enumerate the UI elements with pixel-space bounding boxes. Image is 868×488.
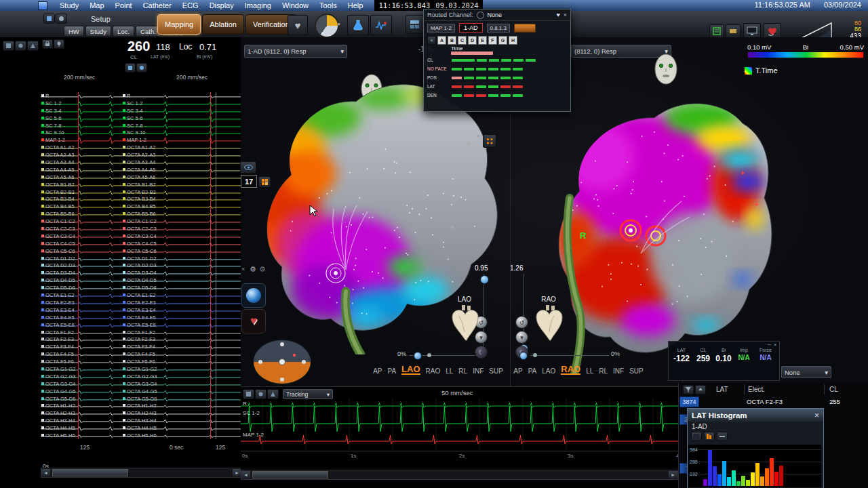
- signal-row[interactable]: OCTA E5-E6: [41, 321, 122, 329]
- stats-close-icon[interactable]: ×: [774, 342, 776, 347]
- left-slider-dot[interactable]: [427, 353, 431, 357]
- signal-row[interactable]: OCTA H1-H2: [41, 402, 122, 409]
- signal-row[interactable]: OCTA E2-E3: [122, 299, 241, 306]
- column2-cursor-line[interactable]: [216, 92, 216, 439]
- spline-tab-f[interactable]: F: [488, 36, 497, 45]
- signal-row[interactable]: OCTA B2-B3: [122, 188, 241, 196]
- strip-label-sc12[interactable]: SC 1-2: [243, 410, 260, 416]
- orient-lao[interactable]: LAO: [542, 367, 555, 375]
- checklist-button[interactable]: [709, 24, 724, 38]
- signal-row[interactable]: OCTA B5-B6: [41, 210, 122, 218]
- heart-view-button[interactable]: ♥: [288, 15, 308, 35]
- signal-row[interactable]: OCTA G3-G4: [122, 380, 241, 388]
- signal-row[interactable]: SC 7-8: [41, 122, 122, 129]
- layout-button[interactable]: [406, 15, 425, 34]
- strip-scrollbar-thumb[interactable]: [252, 471, 328, 479]
- signal-row[interactable]: OCTA E3-E4: [41, 306, 122, 314]
- right-down-button[interactable]: ▾: [515, 331, 528, 344]
- tag-dropdown[interactable]: None ▾: [781, 366, 831, 378]
- signal-row[interactable]: OCTA H1-H2: [122, 402, 241, 409]
- signal-row[interactable]: OCTA E4-E5: [41, 314, 122, 321]
- orient-pa[interactable]: PA: [528, 367, 537, 375]
- orient-ap[interactable]: AP: [513, 367, 522, 375]
- menu-point[interactable]: Point: [110, 1, 138, 9]
- strip-tool-icon-3[interactable]: [267, 389, 279, 399]
- left-night-button[interactable]: ☾: [475, 346, 488, 359]
- signal-row[interactable]: OCTA C3-C4: [122, 232, 241, 240]
- signal-row[interactable]: OCTA F4-F5: [122, 350, 241, 358]
- right-transparency-handle[interactable]: [519, 352, 528, 360]
- signal-row[interactable]: OCTA H5-H6: [122, 432, 241, 439]
- signal-row[interactable]: OCTA G3-G4: [41, 380, 122, 388]
- signal-row[interactable]: OCTA G2-G3: [122, 373, 241, 380]
- right-slider-dot[interactable]: [533, 353, 537, 357]
- signal-row[interactable]: OCTA C2-C3: [41, 225, 122, 232]
- signal-row[interactable]: OCTA C1-C2: [122, 218, 241, 225]
- spline-tab-b[interactable]: B: [448, 36, 456, 45]
- tab-map12[interactable]: MAP 1-2: [427, 24, 455, 33]
- signal-row[interactable]: OCTA C5-C6: [122, 247, 241, 255]
- menu-tools[interactable]: Tools: [314, 1, 342, 9]
- app-icon[interactable]: [38, 1, 47, 10]
- panel-tool-icon-1[interactable]: [3, 41, 14, 51]
- stats-minimize-icon[interactable]: ─: [768, 342, 771, 347]
- column1-lock-icon[interactable]: [42, 39, 53, 49]
- menu-help[interactable]: Help: [342, 1, 369, 9]
- strip-traces[interactable]: [241, 399, 678, 449]
- clipping-widget[interactable]: [483, 134, 496, 148]
- table-header-elect[interactable]: Elect.: [748, 386, 765, 393]
- signal-row[interactable]: SC 5-6: [41, 115, 122, 122]
- signal-row[interactable]: OCTA A5-A6: [122, 174, 241, 181]
- left-zoom-handle[interactable]: [480, 275, 489, 284]
- orient-pa[interactable]: PA: [388, 367, 397, 375]
- signal-row[interactable]: OCTA F2-F3: [41, 336, 122, 343]
- signal-row[interactable]: OCTA C1-C2: [41, 218, 122, 225]
- right-cardiac-map[interactable]: R: [539, 76, 776, 374]
- signal-row[interactable]: OCTA D4-D5: [41, 277, 122, 284]
- column2-tool-icon-2[interactable]: [136, 63, 147, 73]
- orient-sup[interactable]: SUP: [629, 367, 644, 375]
- orient-ll[interactable]: LL: [586, 367, 593, 375]
- right-rotate-button[interactable]: ↺: [515, 316, 528, 329]
- menu-study[interactable]: Study: [54, 1, 84, 9]
- menu-map[interactable]: Map: [84, 1, 109, 9]
- tag-button[interactable]: [726, 24, 741, 38]
- column2-tool-icon-1[interactable]: [125, 63, 136, 73]
- signal-row[interactable]: OCTA A2-A3: [122, 151, 241, 159]
- favorite-heart-icon[interactable]: ♥: [556, 12, 559, 18]
- toolbar-mini-icon-2[interactable]: [56, 14, 67, 24]
- clip-close-icon[interactable]: ×: [477, 133, 480, 139]
- hw-tab-study[interactable]: Study: [85, 26, 111, 37]
- strip-scroll-right-icon[interactable]: ►: [669, 471, 677, 479]
- point-id-badge[interactable]: 3874: [679, 396, 699, 407]
- orient-inf[interactable]: INF: [613, 367, 624, 375]
- orientation-compass[interactable]: [250, 336, 315, 389]
- signal-panel-scrollbar[interactable]: ◄ ►: [41, 468, 242, 478]
- signal-row[interactable]: OCTA D5-D6: [41, 284, 122, 291]
- histogram-tool-icon-2[interactable]: [704, 432, 715, 441]
- histogram-tool-icon-1[interactable]: [691, 432, 702, 441]
- signal-row[interactable]: OCTA D4-D5: [122, 277, 241, 284]
- flask-icon-button[interactable]: [347, 15, 369, 35]
- signal-row[interactable]: OCTA F1-F2: [122, 329, 241, 336]
- tracking-dropdown[interactable]: Tracking ▾: [283, 389, 333, 399]
- signal-row[interactable]: OCTA H2-H3: [41, 409, 122, 417]
- menu-imaging[interactable]: Imaging: [239, 1, 277, 9]
- heart-model-button[interactable]: ♥: [241, 309, 266, 333]
- signal-row[interactable]: OCTA B1-B2: [41, 181, 122, 188]
- signal-row[interactable]: OCTA F5-F6: [122, 358, 241, 365]
- signal-row[interactable]: OCTA A3-A4: [122, 159, 241, 166]
- table-sort-icon[interactable]: [695, 385, 706, 394]
- routed-channel-value[interactable]: None: [488, 12, 502, 18]
- histogram-close-icon[interactable]: ×: [814, 411, 819, 420]
- spline-tab-a[interactable]: A: [437, 36, 446, 45]
- letters-close-icon[interactable]: ×: [427, 36, 436, 45]
- spline-tab-e[interactable]: E: [478, 36, 487, 45]
- signal-row[interactable]: OCTA B2-B3: [41, 188, 122, 196]
- signal-row[interactable]: OCTA E5-E6: [122, 321, 241, 329]
- signal-row[interactable]: OCTA A5-A6: [41, 174, 122, 181]
- hw-tab-hw[interactable]: HW: [64, 26, 84, 37]
- orient-rl[interactable]: RL: [458, 367, 467, 375]
- signal-row[interactable]: OCTA D2-D3: [122, 262, 241, 269]
- table-header-lat[interactable]: LAT: [716, 386, 728, 393]
